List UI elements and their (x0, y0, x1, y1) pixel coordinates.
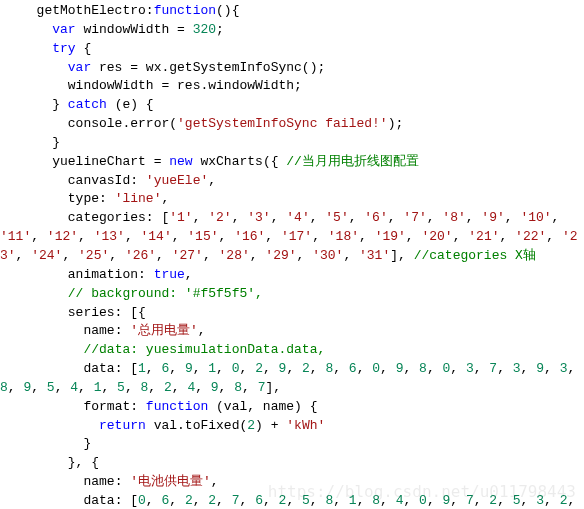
line-12: categories: ['1', '2', '3', '4', '5', '6… (0, 210, 578, 263)
line-22: }, { (0, 455, 99, 470)
line-23: name: '电池供电量', (0, 474, 219, 489)
line-8: } (0, 135, 60, 150)
line-13: animation: true, (0, 267, 193, 282)
line-24: data: [0, 6, 2, 2, 7, 6, 2, 5, 8, 1, 8, … (0, 493, 583, 509)
line-19: format: function (val, name) { (0, 399, 317, 414)
line-20: return val.toFixed(2) + 'kWh' (0, 418, 325, 433)
line-9: yuelineChart = new wxCharts({ //当月用电折线图配… (0, 154, 419, 169)
line-14: // background: '#f5f5f5', (0, 286, 263, 301)
line-17: //data: yuesimulationData.data, (0, 342, 325, 357)
line-1: getMothElectro:function(){ (0, 3, 239, 18)
line-11: type: 'line', (0, 191, 169, 206)
line-15: series: [{ (0, 305, 146, 320)
line-10: canvasId: 'yueEle', (0, 173, 216, 188)
line-3: try { (0, 41, 91, 56)
line-5: windowWidth = res.windowWidth; (0, 78, 302, 93)
line-4: var res = wx.getSystemInfoSync(); (0, 60, 325, 75)
code-block: getMothElectro:function(){ var windowWid… (0, 0, 584, 509)
line-18: data: [1, 6, 9, 1, 0, 2, 9, 2, 8, 6, 0, … (0, 361, 583, 395)
line-6: } catch (e) { (0, 97, 154, 112)
line-2: var windowWidth = 320; (0, 22, 224, 37)
line-16: name: '总用电量', (0, 323, 206, 338)
line-21: } (0, 436, 91, 451)
line-7: console.error('getSystemInfoSync failed!… (0, 116, 403, 131)
